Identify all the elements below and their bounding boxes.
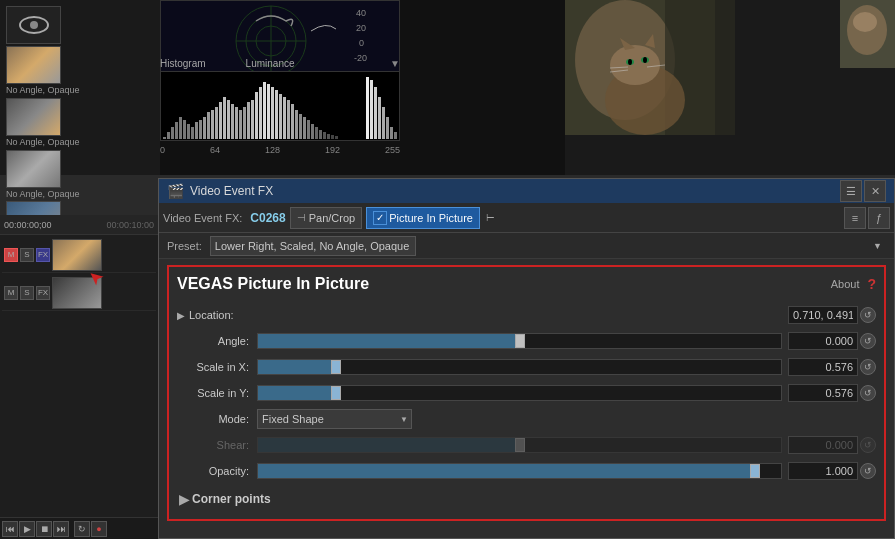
scale-y-slider[interactable] [257,385,782,401]
svg-rect-48 [319,130,322,139]
toolbar-menu-icon[interactable]: ≡ [844,207,866,229]
preset-dropdown-wrapper: Lower Right, Scaled, No Angle, Opaque ▼ [210,236,886,256]
mode-label: Mode: [177,413,257,425]
plugin-panel: VEGAS Picture In Picture About ? ▶ Locat… [167,265,886,521]
scale-128: 128 [265,145,280,155]
svg-point-71 [628,59,632,65]
svg-rect-32 [255,92,258,139]
toolbar-fx-icon[interactable]: ƒ [868,207,890,229]
scale-y-reset[interactable]: ↺ [860,385,876,401]
about-link[interactable]: About [831,278,860,290]
svg-rect-11 [171,127,174,139]
stop-btn[interactable]: ⏹ [36,521,52,537]
svg-rect-13 [179,117,182,139]
location-expand[interactable]: ▶ [177,310,185,321]
vefx-label: Video Event FX: [163,212,242,224]
close-icon[interactable]: ✕ [864,180,886,202]
angle-value[interactable] [788,332,858,350]
play-btn[interactable]: ▶ [19,521,35,537]
eye-pupil [30,21,38,29]
fx-label-group: Video Event FX: C0268 [163,211,286,225]
location-value[interactable] [788,306,858,324]
track-1-fx[interactable]: FX [36,248,50,262]
time-display: 00:00:00;00 [4,220,52,230]
scale-y-label: Scale in Y: [177,387,257,399]
svg-rect-10 [167,132,170,139]
mode-select[interactable]: Fixed Shape Free Match [257,409,412,429]
scale-x-thumb[interactable] [331,360,341,374]
shear-slider [257,437,782,453]
scale-y-thumb[interactable] [331,386,341,400]
angle-slider[interactable] [257,333,782,349]
svg-rect-42 [295,110,298,139]
help-button[interactable]: ? [867,276,876,292]
location-label: Location: [189,309,269,321]
pip-label: Picture In Picture [389,212,473,224]
scale-x-slider[interactable] [257,359,782,375]
svg-rect-24 [223,97,226,139]
svg-rect-44 [303,117,306,139]
opacity-reset[interactable]: ↺ [860,463,876,479]
transport-controls: ⏮ ▶ ⏹ ⏭ ↻ ● [0,517,158,539]
scale-x-value[interactable] [788,358,858,376]
svg-rect-12 [175,122,178,139]
chain-icon-left: ⊣ [297,212,306,223]
svg-text:0: 0 [359,38,364,48]
angle-reset[interactable]: ↺ [860,333,876,349]
svg-rect-25 [227,100,230,139]
corner-points-row[interactable]: ▶ Corner points [177,487,876,511]
center-panel: 40 20 0 -20 Histogram Luminance ▼ [160,0,565,175]
scale-y-track [258,386,336,400]
track-1-mute[interactable]: M [4,248,18,262]
preset-label: Preset: [167,240,202,252]
opacity-thumb[interactable] [750,464,760,478]
thumb-label-3: No Angle, Opaque [6,137,80,148]
titlebar-icons: ☰ ✕ [840,180,886,202]
fast-forward-btn[interactable]: ⏭ [53,521,69,537]
svg-rect-60 [394,132,397,139]
track-2-mute[interactable]: M [4,286,18,300]
svg-rect-53 [366,77,369,139]
svg-rect-39 [283,97,286,139]
thumb-item-2: No Angle, Opaque [6,46,154,96]
svg-rect-31 [251,100,254,139]
loop-btn[interactable]: ↻ [74,521,90,537]
record-btn[interactable]: ● [91,521,107,537]
preset-bar: Preset: Lower Right, Scaled, No Angle, O… [159,233,894,259]
opacity-value[interactable] [788,462,858,480]
opacity-slider[interactable] [257,463,782,479]
cat-svg [565,0,835,135]
location-reset[interactable]: ↺ [860,307,876,323]
picture-in-picture-tab[interactable]: ✓ Picture In Picture [366,207,480,229]
angle-label: Angle: [177,335,257,347]
vefx-toolbar: Video Event FX: C0268 ⊣ Pan/Crop ✓ Pictu… [159,203,894,233]
track-2-solo[interactable]: S [20,286,34,300]
eye-shape [19,16,49,34]
shear-track [258,438,520,452]
menu-icon[interactable]: ☰ [840,180,862,202]
small-thumb-svg [840,0,895,68]
shear-value [788,436,858,454]
pan-crop-tab[interactable]: ⊣ Pan/Crop [290,207,362,229]
thumbnail-4 [6,150,61,188]
track-2-fx[interactable]: FX [36,286,50,300]
scale-x-reset[interactable]: ↺ [860,359,876,375]
shear-label: Shear: [177,439,257,451]
track-2-controls: M S FX [2,284,52,302]
svg-text:40: 40 [356,8,366,18]
plugin-title: VEGAS Picture In Picture [177,275,369,293]
plugin-header-actions: About ? [831,276,876,292]
angle-thumb[interactable] [515,334,525,348]
scale-x-track [258,360,336,374]
track-1-solo[interactable]: S [20,248,34,262]
rewind-btn[interactable]: ⏮ [2,521,18,537]
corner-expand-icon: ▶ [179,491,190,507]
histogram-label: Histogram [160,58,206,69]
scale-y-value[interactable] [788,384,858,402]
pip-checkbox[interactable]: ✓ [373,211,387,225]
shear-row: Shear: ↺ [177,433,876,457]
left-timeline: 00:00:00;00 00:00:10:00 M S FX ➤ M S FX … [0,215,158,539]
preset-select[interactable]: Lower Right, Scaled, No Angle, Opaque [210,236,416,256]
histogram-scale: 0 64 128 192 255 [160,145,400,155]
opacity-track [258,464,755,478]
